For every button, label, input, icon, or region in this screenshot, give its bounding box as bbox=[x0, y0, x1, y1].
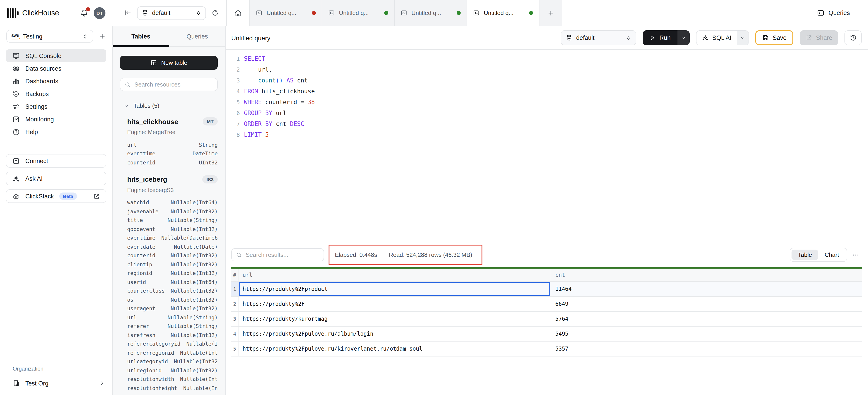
cnt-cell[interactable]: 11464 bbox=[550, 282, 862, 296]
sparkles-icon bbox=[12, 175, 20, 182]
column-header-num[interactable]: # bbox=[231, 269, 239, 281]
sidebar-item-data-sources[interactable]: Data sources bbox=[6, 62, 106, 75]
database-selector[interactable]: default bbox=[137, 6, 206, 20]
sql-ai-button[interactable]: SQL AI bbox=[696, 31, 737, 45]
toolbar-database-selector[interactable]: default bbox=[561, 30, 636, 45]
tables-group-header[interactable]: Tables (5) bbox=[120, 102, 218, 109]
column-header-cnt[interactable]: cnt bbox=[550, 269, 862, 281]
table-name-row[interactable]: hits_clickhouseMT bbox=[127, 117, 218, 125]
queries-button[interactable]: Queries bbox=[808, 0, 868, 26]
url-cell[interactable]: https://produkty%2Fpulove.ru/album/login bbox=[239, 327, 550, 341]
tab-queries[interactable]: Queries bbox=[169, 26, 225, 46]
elapsed-stat: Elapsed: 0.448s bbox=[335, 251, 377, 258]
row-number-cell: 5 bbox=[231, 342, 239, 356]
column-type: Nullable(Int64) bbox=[170, 200, 218, 206]
connect-icon bbox=[12, 157, 20, 165]
chevron-down-icon bbox=[681, 35, 686, 40]
cnt-cell[interactable]: 5764 bbox=[550, 312, 862, 326]
workspace-selector[interactable]: aws Testing bbox=[6, 30, 93, 43]
chevron-updown-icon bbox=[195, 10, 202, 16]
sidebar-item-label: Monitoring bbox=[25, 116, 54, 122]
column-type: Nullable(I bbox=[186, 341, 218, 347]
new-tab-button[interactable] bbox=[539, 0, 562, 26]
share-button[interactable]: Share bbox=[800, 30, 838, 45]
tab-tables[interactable]: Tables bbox=[113, 26, 169, 46]
table-row[interactable]: 2https://produkty%2F6649 bbox=[231, 297, 862, 312]
column-type: UInt32 bbox=[199, 160, 218, 166]
row-number-cell: 2 bbox=[231, 297, 239, 311]
table-row[interactable]: 3https://produkty/kurortmag5764 bbox=[231, 312, 862, 327]
run-button[interactable]: Run bbox=[643, 30, 678, 45]
column-row: urlString bbox=[127, 140, 218, 149]
connect-button[interactable]: Connect bbox=[6, 154, 106, 168]
collapse-sidebar-icon[interactable] bbox=[124, 9, 132, 17]
notifications-bell-icon[interactable] bbox=[80, 9, 88, 17]
ask-ai-button[interactable]: Ask AI bbox=[6, 172, 106, 185]
query-title[interactable]: Untitled query bbox=[231, 34, 270, 41]
query-history-button[interactable] bbox=[844, 30, 862, 45]
query-tab-1[interactable]: Untitled q... bbox=[250, 0, 322, 26]
sidebar-item-help[interactable]: Help bbox=[6, 125, 106, 138]
avatar[interactable]: DT bbox=[94, 7, 105, 19]
database-section: default bbox=[113, 0, 226, 26]
plus-icon bbox=[99, 33, 106, 40]
home-button[interactable] bbox=[227, 0, 249, 26]
sidebar-item-backups[interactable]: Backups bbox=[6, 87, 106, 100]
view-toggle-chart[interactable]: Chart bbox=[818, 250, 845, 260]
cnt-cell[interactable]: 5357 bbox=[550, 342, 862, 356]
refresh-icon[interactable] bbox=[211, 9, 219, 17]
table-row[interactable]: 5https://produkty%2Fpulove.ru/kiroverlan… bbox=[231, 342, 862, 357]
resources-search-input[interactable]: Search resources bbox=[120, 78, 218, 91]
sidebar-item-settings[interactable]: Settings bbox=[6, 100, 106, 113]
code-line: LIMIT 5 bbox=[244, 130, 315, 140]
table-engine: Engine: IcebergS3 bbox=[127, 187, 218, 193]
run-button-label: Run bbox=[659, 34, 671, 41]
sidebar-item-monitoring[interactable]: Monitoring bbox=[6, 113, 106, 125]
sql-editor[interactable]: 12345678 SELECT url, count() AS cntFROM … bbox=[226, 50, 868, 242]
url-cell[interactable]: https://produkty%2Fpulove.ru/kiroverlane… bbox=[239, 342, 550, 356]
column-name: counterid bbox=[127, 160, 155, 166]
results-search-input[interactable]: Search results... bbox=[231, 248, 324, 261]
dashboards-icon bbox=[12, 77, 20, 85]
column-type: Nullable(Int32) bbox=[170, 297, 218, 303]
clickstack-button[interactable]: ClickStackBeta bbox=[6, 189, 106, 203]
url-cell[interactable]: https://produkty%2Fproduct bbox=[239, 282, 550, 296]
new-table-button[interactable]: New table bbox=[120, 56, 218, 70]
table-row[interactable]: 1https://produkty%2Fproduct11464 bbox=[231, 282, 862, 297]
results-more-button[interactable] bbox=[852, 251, 859, 258]
column-header-url[interactable]: url bbox=[239, 269, 550, 281]
resources-panel: Tables Queries New table Search resource… bbox=[113, 26, 226, 395]
table-row[interactable]: 4https://produkty%2Fpulove.ru/album/logi… bbox=[231, 327, 862, 342]
view-toggle-table[interactable]: Table bbox=[792, 250, 818, 260]
save-button[interactable]: Save bbox=[755, 30, 793, 45]
data-sources-icon bbox=[12, 64, 20, 72]
query-tab-4[interactable]: Untitled q... bbox=[467, 0, 539, 26]
saved-dot-green bbox=[384, 11, 388, 15]
organization-row[interactable]: Test Org bbox=[0, 377, 112, 390]
query-tab-2[interactable]: Untitled q... bbox=[322, 0, 395, 26]
column-type: Nullable(Int32) bbox=[170, 306, 218, 312]
table-name: hits_clickhouse bbox=[127, 117, 178, 125]
url-cell[interactable]: https://produkty/kurortmag bbox=[239, 312, 550, 326]
add-service-button[interactable] bbox=[99, 33, 106, 40]
table-name-row[interactable]: hits_icebergIS3 bbox=[127, 175, 218, 183]
line-number: 1 bbox=[226, 53, 240, 64]
column-name: eventtime bbox=[127, 235, 155, 241]
action-button-label: ClickStack bbox=[25, 193, 54, 200]
column-row: refererregionidNullable(Int bbox=[127, 348, 218, 357]
indent-guide bbox=[245, 64, 245, 86]
column-name: urlregionid bbox=[127, 367, 161, 374]
sidebar-item-dashboards[interactable]: Dashboards bbox=[6, 75, 106, 87]
query-tab-3[interactable]: Untitled q... bbox=[395, 0, 467, 26]
help-icon bbox=[12, 128, 20, 136]
url-cell[interactable]: https://produkty%2F bbox=[239, 297, 550, 311]
sql-ai-options-button[interactable] bbox=[737, 31, 748, 45]
sidebar-item-label: Data sources bbox=[25, 65, 61, 72]
code-line: GROUP BY url bbox=[244, 108, 315, 119]
run-options-button[interactable] bbox=[678, 30, 690, 45]
query-title-bar: Untitled query default Run bbox=[226, 26, 868, 50]
sidebar-item-sql-console[interactable]: SQL Console bbox=[6, 49, 106, 62]
cnt-cell[interactable]: 5495 bbox=[550, 327, 862, 341]
resources-panel-body: New table Search resources Tables (5) hi… bbox=[113, 47, 225, 393]
cnt-cell[interactable]: 6649 bbox=[550, 297, 862, 311]
